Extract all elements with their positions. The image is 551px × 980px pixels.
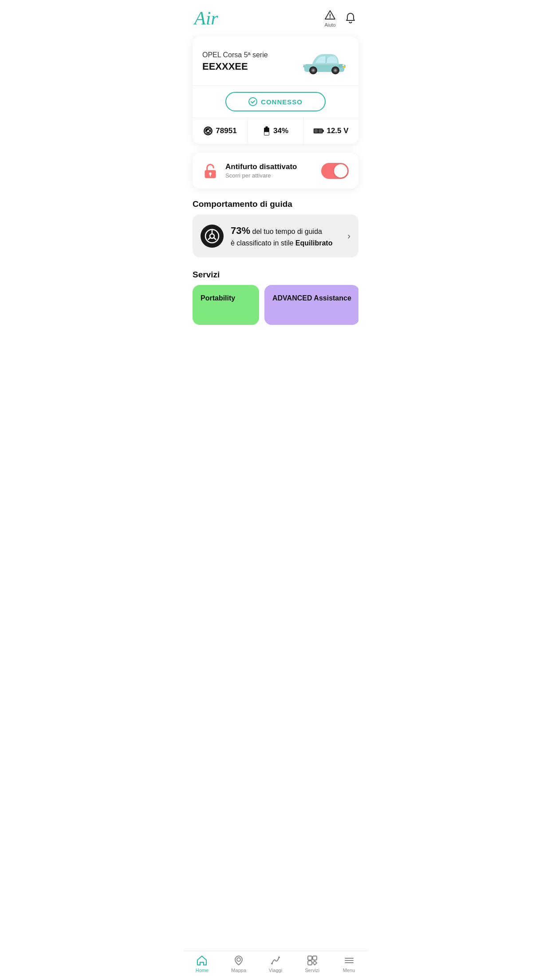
svg-rect-25 [323,130,324,132]
svg-rect-22 [265,126,268,128]
aiuto-label: Aiuto [324,22,335,28]
driving-card[interactable]: 73% del tuo tempo di guida è classificat… [193,214,358,257]
driving-percentage: 73% [231,225,250,236]
servizi-title: Servizi [193,270,358,280]
stats-row: 78951 34% 12.5 V [193,118,358,144]
comportamento-title: Comportamento di guida [193,199,358,209]
chevron-right-icon: › [347,231,350,241]
speedometer-icon [203,126,213,136]
svg-point-11 [335,69,337,71]
voltage-value: 12.5 V [327,126,348,135]
battery-value: 34% [273,126,288,135]
stat-battery: 34% [248,118,303,144]
antifurto-text: Antifurto disattivato Scorri per attivar… [225,162,314,179]
bell-icon [344,12,357,24]
vehicle-image [300,46,349,77]
svg-rect-26 [315,129,318,133]
lock-icon-wrap [202,163,218,179]
driving-style: Equilibrato [295,239,333,247]
antifurto-subtitle: Scorri per attivare [225,172,314,179]
vehicle-top: OPEL Corsa 5ª serie EEXXXEE [193,36,358,85]
vehicle-plate: EEXXXEE [202,61,268,72]
svg-point-12 [342,64,345,66]
servizi-cards: Portability ADVANCED Assistance Car Ins [193,285,358,327]
connected-section: CONNESSO [193,85,358,118]
toggle-knob [334,164,347,178]
svg-line-20 [211,133,211,134]
vehicle-card: OPEL Corsa 5ª serie EEXXXEE [193,36,358,144]
servizio-advanced-label: ADVANCED Assistance [272,294,351,303]
svg-line-35 [214,237,216,240]
connected-button[interactable]: CONNESSO [225,92,326,111]
svg-rect-23 [264,132,269,135]
svg-point-1 [330,17,331,18]
svg-line-34 [209,237,211,240]
battery-icon [263,126,271,136]
antifurto-card: Antifurto disattivato Scorri per attivar… [193,153,358,189]
header-icons: Aiuto [324,9,357,28]
antifurto-toggle[interactable] [321,163,349,179]
main-content: OPEL Corsa 5ª serie EEXXXEE [184,32,367,371]
check-circle-icon [248,97,257,106]
connected-label: CONNESSO [261,98,303,106]
triangle-alert-icon [324,9,336,21]
app-header: Air Aiuto [184,0,367,32]
driving-text-after: è classificato in stile [231,239,293,247]
antifurto-title: Antifurto disattivato [225,162,314,171]
svg-rect-27 [319,129,322,133]
svg-line-18 [205,133,206,134]
alert-icon-wrap[interactable]: Aiuto [324,9,336,28]
servizio-portability[interactable]: Portability [193,285,259,325]
odometer-value: 78951 [216,126,236,135]
app-logo: Air [194,9,218,28]
servizio-advanced[interactable]: ADVANCED Assistance [264,285,358,325]
servizio-portability-label: Portability [201,294,235,303]
steering-wheel-icon [201,225,224,248]
notification-icon-wrap[interactable] [344,12,357,24]
car-svg [300,47,349,76]
stat-odometer: 78951 [193,118,248,144]
svg-point-8 [312,69,315,71]
vehicle-info: OPEL Corsa 5ª serie EEXXXEE [202,51,268,72]
battery-voltage-icon [313,127,324,135]
vehicle-model: OPEL Corsa 5ª serie [202,51,268,59]
driving-description: 73% del tuo tempo di guida è classificat… [231,223,340,249]
lock-open-icon [203,163,217,179]
svg-rect-5 [343,66,346,68]
driving-text-before: del tuo tempo di guida [252,228,322,235]
stat-voltage: 12.5 V [303,118,358,144]
svg-point-13 [249,98,257,106]
